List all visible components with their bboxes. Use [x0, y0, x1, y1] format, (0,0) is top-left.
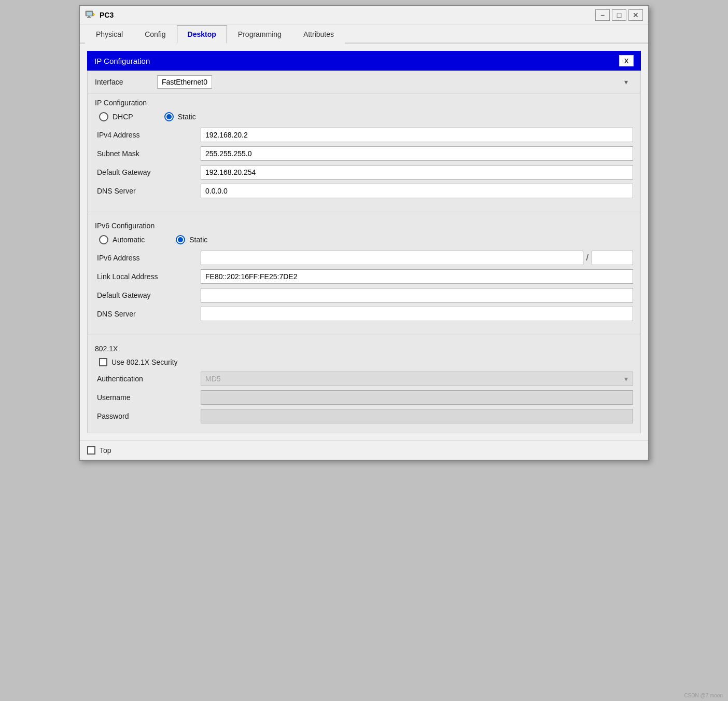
subnet-mask-label: Subnet Mask [97, 149, 201, 158]
ipv6-default-gateway-row: Default Gateway [95, 288, 633, 303]
pc-icon [85, 10, 95, 20]
ipv6-automatic-label: Automatic [113, 236, 145, 244]
ip-config-panel: Interface FastEthernet0 IP Configuration… [87, 71, 641, 433]
static-radio-circle [164, 112, 174, 121]
username-row: Username [95, 390, 633, 405]
ipv6-prefix-input[interactable] [592, 251, 633, 265]
dns-server-row: DNS Server [95, 184, 633, 198]
svg-point-5 [93, 14, 95, 16]
tab-programming[interactable]: Programming [227, 25, 292, 44]
interface-select-wrapper: FastEthernet0 [157, 75, 633, 89]
tab-physical[interactable]: Physical [85, 25, 134, 44]
ipv6-default-gateway-input[interactable] [201, 288, 633, 303]
ipv6-dns-server-input[interactable] [201, 307, 633, 321]
ip-config-title: IP Configuration [94, 57, 150, 65]
minimize-button[interactable]: − [595, 9, 610, 21]
ipv6-automatic-radio[interactable]: Automatic [99, 235, 145, 244]
ip-config-header: IP Configuration X [87, 51, 641, 71]
ipv6-radio-row: Automatic Static [95, 235, 633, 244]
ipv6-section: IPv6 Configuration Automatic Static IPv6… [88, 216, 640, 331]
ipv6-static-radio-circle [176, 235, 185, 244]
dot1x-section: 802.1X Use 802.1X Security Authenticatio… [88, 339, 640, 433]
username-label: Username [97, 393, 201, 402]
ipv6-address-input[interactable] [201, 251, 583, 265]
password-row: Password [95, 409, 633, 423]
interface-select[interactable]: FastEthernet0 [157, 75, 212, 89]
dhcp-radio-circle [99, 112, 108, 121]
bottom-bar: Top [80, 441, 648, 460]
main-content: IP Configuration X Interface FastEtherne… [80, 44, 648, 441]
ipv6-default-gateway-label: Default Gateway [97, 291, 201, 299]
tab-bar: Physical Config Desktop Programming Attr… [80, 24, 648, 44]
dot1x-checkbox-label: Use 802.1X Security [111, 358, 178, 366]
ip-config-close-button[interactable]: X [619, 55, 634, 66]
default-gateway-input[interactable] [201, 165, 633, 180]
title-bar-left: PC3 [85, 10, 114, 20]
ipv4-section-title: IP Configuration [95, 99, 633, 107]
divider-2 [88, 335, 640, 335]
static-label: Static [178, 113, 196, 121]
ipv6-static-label: Static [189, 236, 207, 244]
subnet-mask-input[interactable] [201, 146, 633, 161]
title-bar-controls: − □ ✕ [595, 9, 643, 21]
auth-row: Authentication MD5 [95, 372, 633, 386]
top-label: Top [100, 446, 111, 455]
ipv6-static-radio[interactable]: Static [176, 235, 207, 244]
ipv6-dns-server-label: DNS Server [97, 310, 201, 318]
auth-select-wrapper: MD5 [201, 372, 633, 386]
window-title: PC3 [100, 11, 114, 19]
dns-server-label: DNS Server [97, 187, 201, 195]
ipv6-address-row: IPv6 Address / [95, 251, 633, 265]
main-window: PC3 − □ ✕ Physical Config Desktop Progra… [79, 5, 649, 461]
ipv4-address-input[interactable] [201, 128, 633, 142]
divider-1 [88, 212, 640, 212]
dhcp-label: DHCP [113, 113, 133, 121]
password-input[interactable] [201, 409, 633, 423]
link-local-address-label: Link Local Address [97, 272, 201, 281]
password-label: Password [97, 412, 201, 420]
dot1x-checkbox[interactable] [99, 358, 107, 366]
ipv6-slash: / [586, 253, 589, 263]
window-close-button[interactable]: ✕ [628, 9, 643, 21]
svg-rect-3 [87, 17, 91, 18]
top-checkbox[interactable] [87, 446, 95, 455]
interface-label: Interface [95, 78, 147, 86]
maximize-button[interactable]: □ [612, 9, 626, 21]
tab-attributes[interactable]: Attributes [292, 25, 345, 44]
title-bar: PC3 − □ ✕ [80, 6, 648, 24]
ipv4-radio-row: DHCP Static [95, 112, 633, 121]
ipv4-section: IP Configuration DHCP Static IPv4 Addres… [88, 93, 640, 208]
watermark: CSDN @7 moon [684, 693, 723, 698]
dot1x-title: 802.1X [95, 345, 633, 353]
static-radio[interactable]: Static [164, 112, 196, 121]
ipv6-address-inputs: / [201, 251, 633, 265]
dot1x-checkbox-row: Use 802.1X Security [95, 358, 633, 366]
username-input[interactable] [201, 390, 633, 405]
default-gateway-row: Default Gateway [95, 165, 633, 180]
ipv6-address-label: IPv6 Address [97, 254, 201, 262]
ipv6-section-title: IPv6 Configuration [95, 222, 633, 230]
svg-rect-1 [87, 12, 92, 16]
default-gateway-label: Default Gateway [97, 168, 201, 176]
subnet-mask-row: Subnet Mask [95, 146, 633, 161]
svg-rect-2 [88, 16, 90, 17]
auth-select[interactable]: MD5 [201, 372, 633, 386]
dhcp-radio[interactable]: DHCP [99, 112, 133, 121]
ipv6-dns-server-row: DNS Server [95, 307, 633, 321]
link-local-address-input[interactable] [201, 269, 633, 284]
tab-config[interactable]: Config [134, 25, 176, 44]
tab-desktop[interactable]: Desktop [177, 25, 227, 44]
link-local-address-row: Link Local Address [95, 269, 633, 284]
ipv6-automatic-radio-circle [99, 235, 108, 244]
dns-server-input[interactable] [201, 184, 633, 198]
auth-label: Authentication [97, 375, 201, 383]
interface-row: Interface FastEthernet0 [88, 71, 640, 93]
ipv4-address-label: IPv4 Address [97, 131, 201, 139]
ipv4-address-row: IPv4 Address [95, 128, 633, 142]
